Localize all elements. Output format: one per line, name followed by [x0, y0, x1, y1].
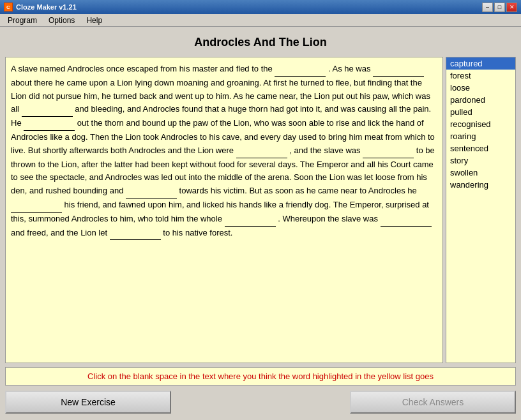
title-bar: C Cloze Maker v1.21 – □ ✕	[0, 0, 521, 14]
new-exercise-button[interactable]: New Exercise	[5, 391, 171, 414]
blank-2[interactable]: __________	[373, 63, 424, 77]
blank-5[interactable]: __________	[236, 144, 287, 158]
page-title: Androcles And The Lion	[5, 32, 516, 53]
maximize-button[interactable]: □	[494, 3, 505, 12]
word-list-panel: capturedforestloosepardonedpulledrecogni…	[446, 57, 516, 363]
word-item-sentenced[interactable]: sentenced	[446, 142, 515, 154]
word-item-pardoned[interactable]: pardoned	[446, 94, 515, 106]
check-answers-button[interactable]: Check Answers	[350, 391, 516, 414]
window-title: Cloze Maker v1.21	[16, 3, 77, 11]
app-icon: C	[4, 3, 13, 11]
blank-6[interactable]: __________	[363, 144, 414, 158]
word-item-swollen[interactable]: swollen	[446, 167, 515, 179]
minimize-button[interactable]: –	[482, 3, 493, 12]
blank-1[interactable]: __________	[275, 63, 326, 77]
blank-4[interactable]: __________	[24, 117, 75, 131]
text-panel[interactable]: A slave named Androcles once escaped fro…	[5, 57, 443, 363]
blank-10[interactable]: __________	[381, 213, 432, 227]
blank-7[interactable]: __________	[126, 184, 177, 199]
instruction-bar: Click on the blank space in the text whe…	[5, 367, 516, 386]
word-item-story[interactable]: story	[446, 154, 515, 167]
close-button[interactable]: ✕	[506, 3, 517, 12]
blank-11[interactable]: __________	[110, 227, 161, 241]
menu-help[interactable]: Help	[81, 15, 107, 26]
word-item-captured[interactable]: captured	[446, 57, 515, 70]
menu-bar: Program Options Help	[0, 14, 521, 27]
word-item-roaring[interactable]: roaring	[446, 130, 515, 142]
blank-8[interactable]: __________	[11, 199, 62, 213]
word-item-wandering[interactable]: wandering	[446, 179, 515, 191]
word-item-loose[interactable]: loose	[446, 82, 515, 94]
word-item-recognised[interactable]: recognised	[446, 118, 515, 130]
word-item-forest[interactable]: forest	[446, 70, 515, 82]
menu-options[interactable]: Options	[43, 15, 80, 26]
blank-3[interactable]: __________	[22, 103, 73, 117]
word-item-pulled[interactable]: pulled	[446, 106, 515, 118]
menu-program[interactable]: Program	[3, 15, 42, 26]
blank-9[interactable]: __________	[225, 213, 276, 227]
